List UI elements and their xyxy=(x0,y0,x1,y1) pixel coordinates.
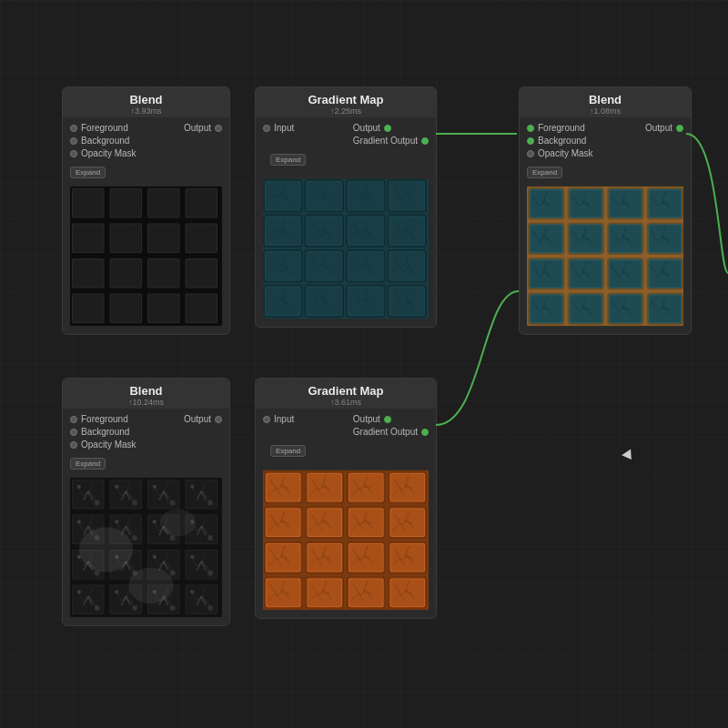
gradient-map2-input-label: Input xyxy=(274,414,294,424)
blend1-ports-right: Output xyxy=(184,123,222,158)
blend1-opacity-port: Opacity Mask xyxy=(70,148,136,158)
blend1-title: Blend xyxy=(72,93,220,106)
gradient-map2-preview-svg xyxy=(263,470,429,611)
blend2-background-label: Background xyxy=(81,427,129,437)
blend2-foreground-port: Foreground xyxy=(70,414,136,424)
blend2-output-dot xyxy=(215,416,222,423)
gradient-map1-output-label: Output xyxy=(353,123,380,133)
cursor-icon xyxy=(622,449,636,462)
gradient-map2-ports-left: Input xyxy=(263,414,294,437)
gradient-map1-node: Gradient Map ↑2.25ms Input Output Gradie… xyxy=(255,86,437,328)
connection-b3-output xyxy=(686,134,728,273)
blend1-header: Blend ↑3.93ms xyxy=(63,87,229,117)
blend2-preview xyxy=(70,477,222,618)
blend1-output-dot xyxy=(215,125,222,132)
blend2-output-label: Output xyxy=(184,414,211,424)
gradient-map2-ports-right: Output Gradient Output xyxy=(353,414,429,437)
blend2-time: ↑10.24ms xyxy=(72,398,220,407)
blend1-opacity-label: Opacity Mask xyxy=(81,148,136,158)
blend2-node: Blend ↑10.24ms Foreground Background Opa… xyxy=(62,378,230,626)
blend1-node: Blend ↑3.93ms Foreground Background Opac… xyxy=(62,86,230,335)
blend2-header: Blend ↑10.24ms xyxy=(63,379,229,409)
blend2-ports: Foreground Background Opacity Mask Outpu… xyxy=(63,409,229,453)
gradient-map1-input-label: Input xyxy=(274,123,294,133)
gradient-map1-input-dot xyxy=(263,125,270,132)
gradient-map1-preview xyxy=(263,178,429,319)
gradient-map2-output-dot xyxy=(384,416,391,423)
blend3-ports: Foreground Background Opacity Mask Outpu… xyxy=(520,117,691,162)
blend3-preview-svg xyxy=(527,186,683,327)
gradient-map1-title: Gradient Map xyxy=(265,93,427,106)
blend3-output-dot xyxy=(676,125,683,132)
svg-rect-14 xyxy=(527,187,683,326)
gradient-map1-preview-svg xyxy=(263,178,429,319)
blend3-output-port: Output xyxy=(645,123,683,133)
gradient-map2-output-label: Output xyxy=(353,414,380,424)
blend3-time: ↑1.08ms xyxy=(529,106,682,116)
gradient-map1-gradient-label: Gradient Output xyxy=(353,136,418,146)
gradient-map2-node: Gradient Map ↑3.61ms Input Output Gradie… xyxy=(255,378,437,619)
blend1-background-dot xyxy=(70,137,77,145)
blend3-title: Blend xyxy=(529,93,682,106)
blend3-header: Blend ↑1.08ms xyxy=(520,87,691,117)
svg-rect-28 xyxy=(263,470,429,610)
blend3-background-label: Background xyxy=(538,136,586,146)
blend2-title: Blend xyxy=(72,384,220,398)
blend2-ports-left: Foreground Background Opacity Mask xyxy=(70,414,136,450)
gradient-map2-expand-row: Expand xyxy=(256,440,436,468)
blend2-opacity-label: Opacity Mask xyxy=(81,440,136,450)
blend2-output-port: Output xyxy=(184,414,222,424)
blend1-ports: Foreground Background Opacity Mask Outpu… xyxy=(63,117,229,162)
gradient-map2-header: Gradient Map ↑3.61ms xyxy=(256,379,436,409)
blend3-background-port: Background xyxy=(527,136,593,146)
gradient-map2-title: Gradient Map xyxy=(265,384,427,398)
gradient-map1-header: Gradient Map ↑2.25ms xyxy=(256,87,436,117)
blend2-expand-btn[interactable]: Expand xyxy=(70,458,106,470)
blend2-background-port: Background xyxy=(70,427,136,437)
blend1-foreground-label: Foreground xyxy=(81,123,128,133)
gradient-map1-ports-right: Output Gradient Output xyxy=(353,123,429,146)
blend3-node: Blend ↑1.08ms Foreground Background Opac… xyxy=(519,86,692,335)
gradient-map2-ports: Input Output Gradient Output xyxy=(256,409,436,440)
blend1-preview-svg xyxy=(70,186,222,327)
blend3-output-label: Output xyxy=(645,123,672,133)
svg-rect-9 xyxy=(263,179,429,318)
blend3-ports-right: Output xyxy=(645,123,683,158)
gradient-map1-output-dot xyxy=(384,125,391,132)
blend3-foreground-dot xyxy=(527,125,534,132)
gradient-map1-output-port: Output xyxy=(353,123,429,133)
gradient-map2-gradient-port: Gradient Output xyxy=(353,427,429,437)
blend1-foreground-port: Foreground xyxy=(70,123,136,133)
blend2-ports-right: Output xyxy=(184,414,222,450)
blend3-opacity-dot xyxy=(527,150,534,157)
gradient-map1-gradient-dot xyxy=(421,137,429,145)
blend3-foreground-port: Foreground xyxy=(527,123,593,133)
blend2-opacity-dot xyxy=(70,441,77,449)
gradient-map1-expand-btn[interactable]: Expand xyxy=(270,154,306,166)
blend1-opacity-dot xyxy=(70,150,77,157)
blend1-ports-left: Foreground Background Opacity Mask xyxy=(70,123,136,158)
gradient-map2-gradient-label: Gradient Output xyxy=(353,427,418,437)
blend3-expand-btn[interactable]: Expand xyxy=(527,167,562,178)
gradient-map2-gradient-dot xyxy=(421,429,429,436)
blend1-background-port: Background xyxy=(70,136,136,146)
gradient-map1-time: ↑2.25ms xyxy=(265,106,427,116)
gradient-map2-input-dot xyxy=(263,416,270,423)
blend1-time: ↑3.93ms xyxy=(72,106,220,116)
blend2-opacity-port: Opacity Mask xyxy=(70,440,136,450)
blend1-output-label: Output xyxy=(184,123,211,133)
blend1-expand-btn[interactable]: Expand xyxy=(70,167,106,178)
blend1-background-label: Background xyxy=(81,136,129,146)
blend2-foreground-dot xyxy=(70,416,77,423)
gradient-map2-preview xyxy=(263,470,429,611)
blend3-background-dot xyxy=(527,137,534,145)
gradient-map1-gradient-port: Gradient Output xyxy=(353,136,429,146)
gradient-map1-ports: Input Output Gradient Output xyxy=(256,117,436,149)
blend3-foreground-label: Foreground xyxy=(538,123,585,133)
blend3-opacity-label: Opacity Mask xyxy=(538,148,593,158)
blend1-preview xyxy=(70,186,222,327)
gradient-map2-expand-btn[interactable]: Expand xyxy=(270,445,306,457)
blend2-background-dot xyxy=(70,429,77,436)
gradient-map1-ports-left: Input xyxy=(263,123,294,146)
gradient-map2-time: ↑3.61ms xyxy=(265,398,427,407)
